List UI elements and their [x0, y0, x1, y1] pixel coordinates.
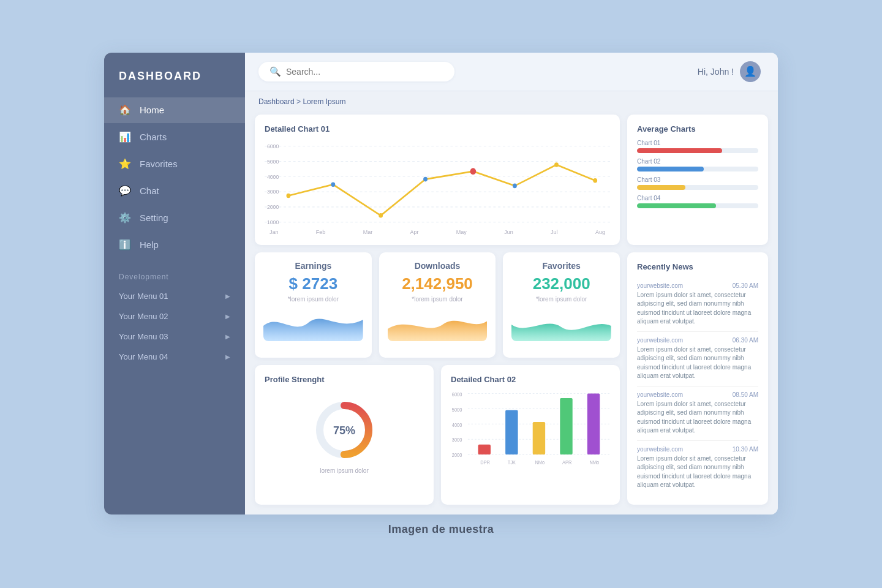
nav-label: Chat: [140, 186, 159, 196]
news-header: yourwebsite.com 06.30 AM: [637, 337, 758, 344]
stats-row: Earnings $ 2723 *lorem ipsum dolor: [255, 252, 620, 358]
news-header: yourwebsite.com 08.50 AM: [637, 391, 758, 398]
chart-01-x-labels: JanFebMarAprMayJunJulAug: [265, 229, 610, 235]
sidebar-nav: 🏠Home📊Charts⭐Favorites💬Chat⚙️Settingℹ️He…: [104, 97, 245, 258]
setting-icon: ⚙️: [119, 212, 131, 224]
dev-menu-item[interactable]: Your Menu 04▶: [104, 347, 245, 367]
donut-svg: 75%: [311, 396, 378, 464]
chat-icon: 💬: [119, 185, 131, 197]
sidebar-item-charts[interactable]: 📊Charts: [104, 124, 245, 150]
sidebar-item-setting[interactable]: ⚙️Setting: [104, 205, 245, 231]
breadcrumb-home[interactable]: Dashboard: [258, 97, 295, 106]
earnings-card: Earnings $ 2723 *lorem ipsum dolor: [255, 252, 372, 358]
avg-bar-bg: [637, 148, 758, 153]
earnings-value: $ 2723: [263, 274, 363, 293]
news-header: yourwebsite.com 05.30 AM: [637, 282, 758, 289]
dev-menu-label: Your Menu 02: [119, 312, 168, 321]
profile-strength-card: Profile Strenght 75%: [255, 365, 434, 505]
news-text: Lorem ipsum dolor sit amet, consectetur …: [637, 345, 758, 381]
home-icon: 🏠: [119, 104, 131, 116]
downloads-title: Downloads: [388, 261, 488, 271]
avg-bar-bg: [637, 167, 758, 172]
greeting-text: Hi, John !: [698, 67, 734, 77]
news-time: 10.30 AM: [733, 446, 758, 453]
avg-bar: [637, 203, 716, 208]
arrow-icon: ▶: [225, 293, 230, 300]
breadcrumb-current: Lorem Ipsum: [303, 97, 345, 106]
news-header: yourwebsite.com 10.30 AM: [637, 446, 758, 453]
sidebar-item-chat[interactable]: 💬Chat: [104, 178, 245, 204]
nav-label: Setting: [140, 213, 168, 223]
favorites-icon: ⭐: [119, 158, 131, 170]
downloads-card: Downloads 2,142,950 *lorem ipsum dolor: [379, 252, 496, 358]
svg-point-13: [593, 178, 597, 183]
news-time: 05.30 AM: [733, 282, 758, 289]
sidebar-item-home[interactable]: 🏠Home: [104, 97, 245, 123]
news-item: yourwebsite.com 10.30 AM Lorem ipsum dol…: [637, 441, 758, 495]
dev-menus: Your Menu 01▶Your Menu 02▶Your Menu 03▶Y…: [104, 286, 245, 367]
avg-bar-bg: [637, 185, 758, 190]
header-right: Hi, John ! 👤: [698, 61, 761, 82]
detailed-chart-02-card: Detailed Chart 02 6000 5000 4000 3000: [441, 365, 620, 505]
donut-container: 75% lorem ipsum dolor: [265, 390, 424, 480]
avg-chart-item: Chart 03: [637, 176, 758, 190]
svg-text:DPR: DPR: [480, 460, 490, 466]
svg-text:6000: 6000: [452, 391, 462, 398]
downloads-sub: *lorem ipsum dolor: [388, 296, 488, 303]
downloads-wave: [388, 307, 488, 341]
avg-bar: [637, 185, 685, 190]
svg-text:NMo: NMo: [590, 460, 600, 466]
svg-point-10: [470, 168, 476, 175]
sidebar-item-favorites[interactable]: ⭐Favorites: [104, 151, 245, 177]
svg-text:6000: 6000: [267, 143, 279, 149]
detailed-chart-01-title: Detailed Chart 01: [265, 124, 610, 134]
svg-text:TJK: TJK: [508, 460, 516, 466]
svg-text:3000: 3000: [452, 437, 462, 443]
recently-news-title: Recently News: [637, 262, 758, 271]
news-item: yourwebsite.com 08.50 AM Lorem ipsum dol…: [637, 386, 758, 441]
svg-text:APR: APR: [562, 460, 571, 466]
sidebar-title: DASHBOARD: [104, 53, 245, 97]
avg-chart-label: Chart 03: [637, 176, 758, 183]
detailed-chart-02-title: Detailed Chart 02: [451, 375, 610, 384]
bottom-row: Profile Strenght 75%: [255, 365, 620, 505]
dev-menu-item[interactable]: Your Menu 01▶: [104, 286, 245, 306]
avg-chart-label: Chart 01: [637, 140, 758, 146]
header: 🔍 Hi, John ! 👤: [245, 53, 778, 91]
avg-chart-label: Chart 02: [637, 158, 758, 165]
dev-menu-label: Your Menu 04: [119, 352, 168, 361]
news-site: yourwebsite.com: [637, 391, 683, 398]
svg-text:4000: 4000: [267, 173, 279, 179]
earnings-sub: *lorem ipsum dolor: [263, 296, 363, 303]
svg-rect-36: [587, 393, 600, 454]
svg-text:3000: 3000: [267, 188, 279, 194]
favorites-title: Favorites: [511, 261, 611, 271]
charts-icon: 📊: [119, 131, 131, 143]
search-input[interactable]: [286, 67, 443, 77]
favorites-sub: *lorem ipsum dolor: [511, 296, 611, 303]
average-charts-card: Average Charts Chart 01 Chart 02 Chart 0…: [627, 115, 768, 245]
svg-rect-34: [533, 422, 545, 454]
main-content: 🔍 Hi, John ! 👤 Dashboard > Lorem Ipsum D…: [245, 53, 778, 514]
svg-text:5000: 5000: [267, 158, 279, 164]
avg-chart-label: Chart 04: [637, 195, 758, 202]
svg-rect-32: [478, 445, 491, 454]
dev-menu-item[interactable]: Your Menu 02▶: [104, 306, 245, 326]
dev-menu-item[interactable]: Your Menu 03▶: [104, 326, 245, 347]
grid-area: Detailed Chart 01: [245, 110, 778, 514]
arrow-icon: ▶: [225, 353, 230, 360]
nav-label: Charts: [140, 132, 167, 142]
dev-section-label: Development: [104, 258, 245, 286]
svg-text:5000: 5000: [452, 407, 462, 413]
favorites-value: 232,000: [511, 274, 611, 293]
detailed-chart-01-card: Detailed Chart 01: [255, 115, 620, 245]
avg-chart-item: Chart 04: [637, 195, 758, 208]
recently-news-card: Recently News yourwebsite.com 05.30 AM L…: [627, 252, 768, 505]
news-item: yourwebsite.com 05.30 AM Lorem ipsum dol…: [637, 277, 758, 332]
search-bar[interactable]: 🔍: [258, 62, 454, 81]
svg-point-8: [379, 213, 383, 218]
news-text: Lorem ipsum dolor sit amet, consectetur …: [637, 291, 758, 326]
sidebar-item-help[interactable]: ℹ️Help: [104, 232, 245, 258]
news-site: yourwebsite.com: [637, 282, 683, 289]
avatar: 👤: [740, 61, 761, 82]
